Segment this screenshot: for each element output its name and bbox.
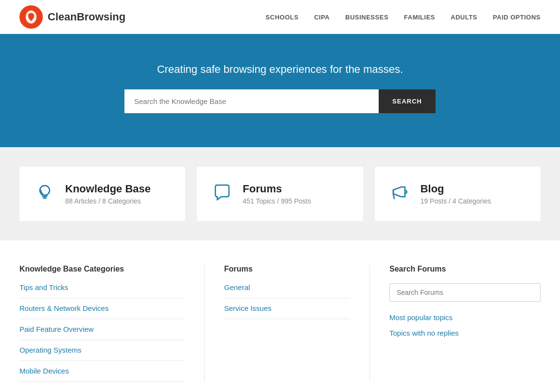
kb-link-paid[interactable]: Paid Feature Overview xyxy=(19,325,94,333)
kb-link-mobile[interactable]: Mobile Devices xyxy=(19,367,69,375)
card-knowledge-base[interactable]: Knowledge Base 88 Articles / 8 Categorie… xyxy=(19,167,185,221)
card-blog-sub: 19 Posts / 4 Categories xyxy=(420,197,491,205)
list-item: Service Issues xyxy=(224,298,350,319)
hero-section: Creating safe browsing experiences for t… xyxy=(0,34,560,147)
forums-heading: Forums xyxy=(224,265,350,273)
lightbulb-icon xyxy=(34,182,55,205)
list-item: Operating Systems xyxy=(19,340,185,361)
card-blog-text: Blog 19 Posts / 4 Categories xyxy=(420,183,491,205)
list-item: Mobile Devices xyxy=(19,361,185,382)
card-forums[interactable]: Forums 451 Topics / 995 Posts xyxy=(197,167,363,221)
card-kb-text: Knowledge Base 88 Articles / 8 Categorie… xyxy=(65,183,151,205)
nav-link-businesses[interactable]: BUSINESSES xyxy=(345,14,388,21)
list-item: Topics with no replies xyxy=(389,329,541,338)
list-item: Routers & Network Devices xyxy=(19,298,185,319)
quick-link-popular[interactable]: Most popular topics xyxy=(389,313,453,322)
search-input[interactable] xyxy=(124,89,379,113)
forum-search-input[interactable] xyxy=(389,283,541,302)
card-blog-title: Blog xyxy=(420,183,491,195)
nav-link-cipa[interactable]: CIPA xyxy=(314,14,330,21)
card-forums-sub: 451 Topics / 995 Posts xyxy=(243,197,311,205)
card-blog[interactable]: Blog 19 Posts / 4 Categories xyxy=(375,167,541,221)
col-kb-categories: Knowledge Base Categories Tips and Trick… xyxy=(19,265,204,382)
forum-link-service[interactable]: Service Issues xyxy=(224,304,272,312)
quick-link-no-replies[interactable]: Topics with no replies xyxy=(389,329,459,337)
cards-section: Knowledge Base 88 Articles / 8 Categorie… xyxy=(0,147,560,240)
search-bar: SEARCH xyxy=(124,89,436,113)
kb-link-routers[interactable]: Routers & Network Devices xyxy=(19,304,108,312)
nav-link-paid-options[interactable]: PAID OPTIONS xyxy=(493,14,541,21)
hero-tagline: Creating safe browsing experiences for t… xyxy=(19,63,541,76)
content-grid: Knowledge Base Categories Tips and Trick… xyxy=(19,265,541,382)
search-button[interactable]: SEARCH xyxy=(379,89,436,113)
chat-icon xyxy=(211,182,233,205)
logo-icon xyxy=(19,5,43,29)
list-item: Tips and Tricks xyxy=(19,283,185,298)
forums-link-list: General Service Issues xyxy=(224,283,350,319)
card-kb-title: Knowledge Base xyxy=(65,183,151,195)
nav-link-adults[interactable]: ADULTS xyxy=(451,14,477,21)
megaphone-icon xyxy=(389,182,411,205)
list-item: Most popular topics xyxy=(389,313,541,322)
quick-links: Most popular topics Topics with no repli… xyxy=(389,313,541,338)
content-section: Knowledge Base Categories Tips and Trick… xyxy=(0,240,560,392)
list-item: Paid Feature Overview xyxy=(19,319,185,340)
logo[interactable]: CleanBrowsing xyxy=(19,5,125,29)
col-forums: Forums General Service Issues xyxy=(204,265,369,382)
card-forums-text: Forums 451 Topics / 995 Posts xyxy=(243,183,311,205)
col-search-forums: Search Forums Most popular topics Topics… xyxy=(369,265,541,382)
card-kb-sub: 88 Articles / 8 Categories xyxy=(65,197,151,205)
nav-links: SCHOOLSCIPABUSINESSESFAMILIESADULTSPAID … xyxy=(265,13,541,21)
nav-link-schools[interactable]: SCHOOLS xyxy=(265,14,298,21)
kb-link-os[interactable]: Operating Systems xyxy=(19,346,82,354)
navbar: CleanBrowsing SCHOOLSCIPABUSINESSESFAMIL… xyxy=(0,0,560,34)
list-item: General xyxy=(224,283,350,298)
card-forums-title: Forums xyxy=(243,183,311,195)
forum-link-general[interactable]: General xyxy=(224,283,250,291)
search-forums-heading: Search Forums xyxy=(389,265,541,273)
cards-row: Knowledge Base 88 Articles / 8 Categorie… xyxy=(19,167,541,221)
nav-link-families[interactable]: FAMILIES xyxy=(404,14,435,21)
kb-link-tips[interactable]: Tips and Tricks xyxy=(19,283,68,291)
kb-link-list: Tips and Tricks Routers & Network Device… xyxy=(19,283,185,382)
logo-text: CleanBrowsing xyxy=(48,11,125,23)
kb-heading: Knowledge Base Categories xyxy=(19,265,185,273)
